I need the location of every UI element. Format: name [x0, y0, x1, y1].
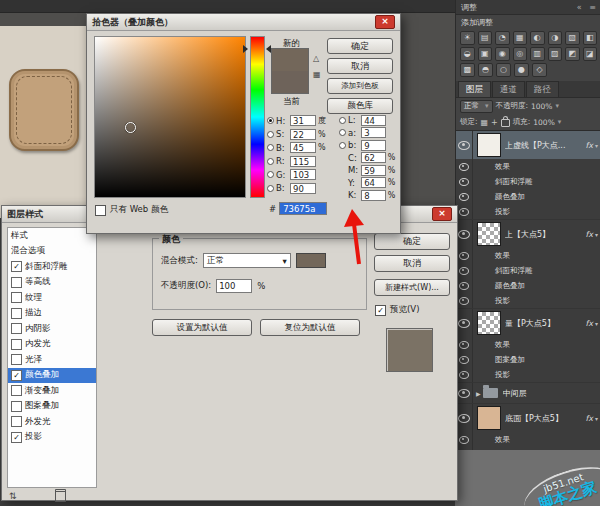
style-item-label[interactable]: 内阴影 — [25, 323, 51, 335]
style-list-item[interactable]: ✓ 光泽 — [8, 352, 96, 368]
effect-name[interactable]: 效果 — [495, 435, 510, 445]
visibility-toggle[interactable] — [456, 220, 473, 248]
visibility-toggle[interactable] — [456, 204, 473, 219]
radio-button[interactable] — [267, 144, 274, 151]
hue-slider[interactable] — [250, 36, 265, 198]
opacity-value[interactable]: 100% — [531, 102, 552, 111]
layer-row[interactable]: ▶ 底面【P大点5】 fx ▾ — [456, 404, 600, 432]
value-input[interactable]: 8 — [361, 190, 386, 201]
style-list-item[interactable]: ✓ 内阴影 — [8, 321, 96, 337]
ok-button[interactable]: 确定 — [374, 233, 450, 250]
style-item-label[interactable]: 斜面和浮雕 — [25, 261, 68, 273]
effect-row[interactable]: 颜色叠加 — [456, 278, 600, 293]
radio-button[interactable] — [339, 129, 346, 136]
style-list-item[interactable]: ✓ 投影 — [8, 430, 96, 446]
style-list-item[interactable]: ✓ 等高线 — [8, 275, 96, 291]
color-libraries-button[interactable]: 颜色库 — [327, 98, 393, 114]
color-field-marker[interactable] — [125, 122, 136, 133]
radio-button[interactable] — [267, 171, 274, 178]
style-checkbox[interactable]: ✓ — [11, 308, 22, 319]
fx-collapse-icon[interactable]: ▾ — [595, 142, 598, 149]
style-checkbox[interactable]: ✓ — [11, 339, 22, 350]
effect-row[interactable]: 效果 — [456, 159, 600, 174]
visibility-toggle[interactable] — [456, 309, 473, 337]
opacity-input[interactable]: 100 — [216, 279, 252, 293]
visibility-toggle[interactable] — [456, 174, 473, 189]
style-checkbox[interactable]: ✓ — [11, 401, 22, 412]
value-input[interactable]: 31 — [290, 115, 316, 126]
overlay-color-swatch[interactable] — [296, 253, 326, 268]
style-item-label[interactable]: 等高线 — [25, 276, 51, 288]
adjustment-icon[interactable]: ▦ — [513, 31, 528, 45]
effect-name[interactable]: 投影 — [495, 296, 510, 306]
layer-row[interactable]: ▶ 上虚线【P大点... fx ▾ — [456, 131, 600, 159]
adjustment-icon[interactable]: ◎ — [513, 47, 528, 61]
value-input[interactable]: 44 — [361, 115, 386, 126]
tab-adjustments[interactable]: 调整 — [461, 2, 477, 13]
effect-name[interactable]: 斜面和浮雕 — [495, 177, 533, 187]
hex-input[interactable]: 73675a — [279, 202, 327, 215]
effect-row[interactable]: 斜面和浮雕 — [456, 263, 600, 278]
close-button[interactable]: × — [432, 207, 452, 221]
effect-row[interactable]: 图案叠加 — [456, 352, 600, 367]
style-checkbox[interactable]: ✓ — [11, 432, 22, 443]
value-input[interactable]: 62 — [361, 152, 386, 163]
style-item-label[interactable]: 混合选项 — [11, 245, 45, 257]
layer-name[interactable]: 量【P大点5】 — [505, 318, 583, 329]
fx-badge[interactable]: fx — [585, 230, 593, 239]
cancel-button[interactable]: 取消 — [327, 58, 393, 74]
layer-name[interactable]: 上【大点5】 — [505, 229, 583, 240]
style-item-label[interactable]: 光泽 — [25, 354, 42, 366]
close-button[interactable]: × — [375, 15, 395, 29]
visibility-toggle[interactable] — [456, 278, 473, 293]
radio-button[interactable] — [267, 131, 274, 138]
layer-thumbnail[interactable] — [477, 133, 501, 157]
fx-collapse-icon[interactable]: ▾ — [595, 415, 598, 422]
fx-badge[interactable]: fx — [585, 141, 593, 150]
fx-collapse-icon[interactable]: ▾ — [595, 231, 598, 238]
value-input[interactable]: 3 — [361, 127, 386, 138]
style-list-item[interactable]: ✓ 斜面和浮雕 — [8, 259, 96, 275]
value-input[interactable]: 90 — [290, 183, 316, 194]
style-list-item[interactable]: ✓ 纹理 — [8, 290, 96, 306]
visibility-toggle[interactable] — [456, 293, 473, 308]
visibility-toggle[interactable] — [456, 404, 473, 432]
dialog-title-bar[interactable]: 拾色器（叠加颜色） × — [87, 14, 400, 31]
adjustment-icon[interactable]: ◒ — [460, 47, 475, 61]
style-list-item[interactable]: ✓ 样式 — [8, 228, 96, 244]
adjustment-icon[interactable]: ◧ — [583, 31, 598, 45]
effect-name[interactable]: 效果 — [495, 162, 510, 172]
layer-name[interactable]: 底面【P大点5】 — [505, 413, 583, 424]
adjustment-icon[interactable]: ◪ — [583, 47, 598, 61]
adjustment-icon[interactable]: ▨ — [548, 47, 563, 61]
effect-row[interactable]: 颜色叠加 — [456, 189, 600, 204]
adjustment-icon[interactable]: ▩ — [460, 63, 475, 77]
preview-checkbox[interactable]: ✓ — [375, 305, 386, 316]
adjustment-icon[interactable]: ● — [514, 63, 529, 77]
adjustment-icon[interactable]: ▥ — [530, 47, 545, 61]
adjustment-icon[interactable]: ☀ — [460, 31, 475, 45]
value-input[interactable]: 103 — [290, 169, 316, 180]
visibility-toggle[interactable] — [456, 189, 473, 204]
style-item-label[interactable]: 投影 — [25, 431, 42, 443]
layer-thumbnail[interactable] — [477, 406, 501, 430]
style-checkbox[interactable]: ✓ — [11, 385, 22, 396]
effect-row[interactable]: 投影 — [456, 204, 600, 219]
style-list-item[interactable]: ✓ 描边 — [8, 306, 96, 322]
value-input[interactable]: 59 — [361, 165, 386, 176]
effect-row[interactable]: 效果 — [456, 248, 600, 263]
value-input[interactable]: 22 — [290, 129, 316, 140]
effect-name[interactable]: 投影 — [495, 207, 510, 217]
effect-name[interactable]: 效果 — [495, 340, 510, 350]
visibility-toggle[interactable] — [456, 337, 473, 352]
set-default-button[interactable]: 设置为默认值 — [152, 319, 252, 336]
fx-badge[interactable]: fx — [585, 319, 593, 328]
adjustment-icon[interactable]: ◇ — [532, 63, 547, 77]
style-item-label[interactable]: 描边 — [25, 307, 42, 319]
lock-position-icon[interactable]: + — [491, 118, 498, 127]
style-item-label[interactable]: 外发光 — [25, 416, 51, 428]
adjustment-icon[interactable]: ◔ — [495, 31, 510, 45]
effect-name[interactable]: 颜色叠加 — [495, 281, 525, 291]
effect-name[interactable]: 斜面和浮雕 — [495, 266, 533, 276]
effect-row[interactable]: 效果 — [456, 432, 600, 447]
